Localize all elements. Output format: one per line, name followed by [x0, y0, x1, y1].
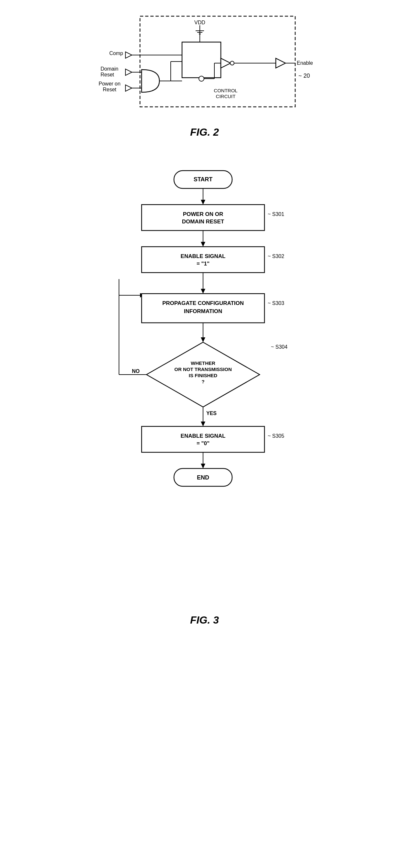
- s304-text-line4: ?: [201, 379, 204, 384]
- control-circuit-label: CONTROL: [214, 88, 237, 93]
- yes-label: YES: [206, 410, 217, 416]
- fig3-section: START POWER ON OR DOMAIN RESET ~ S301 EN…: [59, 164, 350, 626]
- s301-text-line2: DOMAIN RESET: [182, 219, 224, 225]
- fig2-section: ~ 20 VDD Comp Domain Reset: [59, 13, 350, 138]
- no-label: NO: [132, 368, 140, 374]
- s305-text-line1: ENABLE SIGNAL: [180, 433, 225, 439]
- svg-marker-43: [201, 337, 205, 342]
- comp-label: Comp: [109, 51, 123, 56]
- power-on-reset-label: Power on: [99, 81, 121, 87]
- svg-rect-32: [142, 205, 265, 230]
- s305-label: ~ S305: [268, 433, 284, 439]
- start-label: START: [193, 176, 212, 183]
- svg-text:Reset: Reset: [101, 72, 114, 78]
- circuit-number: ~ 20: [299, 72, 310, 79]
- fig2-label: FIG. 2: [190, 126, 219, 138]
- end-label: END: [197, 474, 209, 481]
- s303-text-line1: PROPAGATE CONFIGURATION: [162, 300, 243, 306]
- s301-label: ~ S301: [268, 211, 284, 217]
- svg-point-7: [199, 76, 204, 81]
- svg-point-24: [230, 61, 234, 65]
- svg-marker-37: [201, 289, 205, 293]
- s304-text-line3: IS FINISHED: [189, 373, 217, 378]
- page-container: ~ 20 VDD Comp Domain Reset: [59, 13, 350, 626]
- s302-text-line1: ENABLE SIGNAL: [180, 253, 225, 259]
- svg-rect-6: [182, 42, 221, 78]
- svg-marker-31: [201, 200, 205, 205]
- svg-marker-8: [126, 52, 132, 58]
- svg-marker-51: [201, 464, 205, 468]
- svg-marker-11: [126, 69, 132, 75]
- vdd-label: VDD: [194, 20, 205, 25]
- svg-marker-23: [221, 58, 231, 68]
- svg-marker-48: [201, 422, 205, 426]
- svg-text:Reset: Reset: [103, 87, 116, 92]
- svg-text:CIRCUIT: CIRCUIT: [216, 94, 235, 99]
- s303-label: ~ S303: [268, 301, 284, 306]
- svg-rect-35: [142, 247, 265, 273]
- enable-label: Enable: [297, 60, 313, 66]
- s302-text-line2: = "1": [196, 260, 209, 267]
- svg-marker-13: [126, 85, 132, 91]
- domain-reset-label: Domain: [101, 66, 118, 71]
- flowchart-svg: START POWER ON OR DOMAIN RESET ~ S301 EN…: [92, 164, 318, 611]
- s304-label: ~ S304: [271, 344, 287, 350]
- s304-text-line1: WHETHER: [191, 360, 215, 366]
- fig3-label: FIG. 3: [190, 614, 219, 626]
- svg-rect-49: [142, 426, 265, 452]
- svg-marker-34: [201, 242, 205, 247]
- s303-text-line2: INFORMATION: [184, 308, 222, 314]
- s301-text-line1: POWER ON OR: [183, 211, 223, 217]
- s304-text-line2: OR NOT TRANSMISSION: [174, 367, 232, 372]
- svg-marker-26: [276, 58, 285, 68]
- s305-text-line2: = "0": [196, 440, 209, 446]
- circuit-diagram-svg: ~ 20 VDD Comp Domain Reset: [92, 13, 318, 123]
- s302-label: ~ S302: [268, 253, 284, 259]
